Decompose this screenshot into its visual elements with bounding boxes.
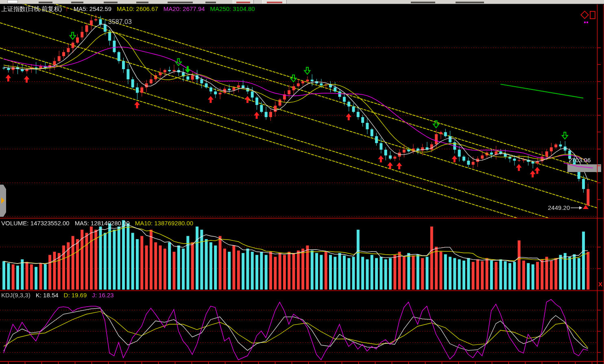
ma10-value: MA10: 2606.67 bbox=[117, 5, 158, 12]
app-window: 上证指数(日线.前复权)↑MA5: 2542.59MA10: 2606.67MA… bbox=[0, 0, 604, 364]
kdj-k-value: K: 18.54 bbox=[36, 292, 59, 299]
buy-signal-arrow-icon: ↑ bbox=[65, 5, 68, 13]
menu-item-fragment[interactable] bbox=[411, 2, 435, 3]
price-chart-header: 上证指数(日线.前复权)↑MA5: 2542.59MA10: 2606.67MA… bbox=[1, 5, 260, 13]
kdj-j-value: J: 16.23 bbox=[92, 292, 113, 299]
price-pane[interactable] bbox=[0, 4, 597, 218]
kdj-d-value: D: 19.69 bbox=[64, 292, 87, 299]
menu-item-fragment[interactable] bbox=[168, 2, 193, 3]
marker-dot bbox=[584, 22, 586, 23]
menu-item-fragment[interactable] bbox=[71, 2, 83, 3]
kdj-indicator-label: KDJ(9,3,3) bbox=[1, 292, 31, 299]
window-tool-icon[interactable] bbox=[590, 11, 595, 19]
menu-button[interactable] bbox=[233, 0, 254, 4]
volume-ma10-value: MA10: 138769280.00 bbox=[135, 220, 193, 227]
ma20-value: MA20: 2677.94 bbox=[164, 5, 205, 12]
volume-ma5-value: MA5: 128140280.00 bbox=[75, 220, 130, 227]
volume-header: VOLUME: 147323552.00MA5: 128140280.00MA1… bbox=[1, 220, 198, 227]
close-indicator-button[interactable]: X bbox=[598, 281, 602, 288]
axis-price-tag: 2703.06 bbox=[569, 157, 591, 163]
sidebar-expand-handle[interactable] bbox=[0, 185, 6, 217]
menu-item-fragment[interactable] bbox=[456, 2, 484, 3]
menu-button[interactable] bbox=[262, 0, 287, 4]
volume-pane[interactable] bbox=[0, 219, 597, 290]
low-price-label: 2449.20 bbox=[548, 204, 570, 211]
volume-value: VOLUME: 147323552.00 bbox=[1, 220, 70, 227]
high-price-label: 3587.03 bbox=[108, 18, 132, 26]
marker-dot bbox=[587, 22, 588, 23]
menu-bar[interactable] bbox=[0, 0, 604, 4]
expand-arrow-icon bbox=[1, 197, 4, 204]
menu-icon[interactable] bbox=[7, 0, 18, 3]
kdj-header: KDJ(9,3,3)K: 18.54D: 19.69J: 16.23 bbox=[1, 292, 119, 299]
menu-item-fragment[interactable] bbox=[104, 2, 118, 3]
menu-item-fragment[interactable] bbox=[205, 2, 216, 3]
menu-item-fragment[interactable] bbox=[136, 2, 148, 3]
ma250-value: MA250: 3104.80 bbox=[210, 5, 255, 12]
kdj-pane[interactable] bbox=[0, 291, 597, 362]
ma5-value: MA5: 2542.59 bbox=[74, 5, 111, 12]
menu-item-fragment[interactable] bbox=[39, 2, 52, 3]
symbol-title: 上证指数(日线.前复权) bbox=[1, 5, 62, 12]
